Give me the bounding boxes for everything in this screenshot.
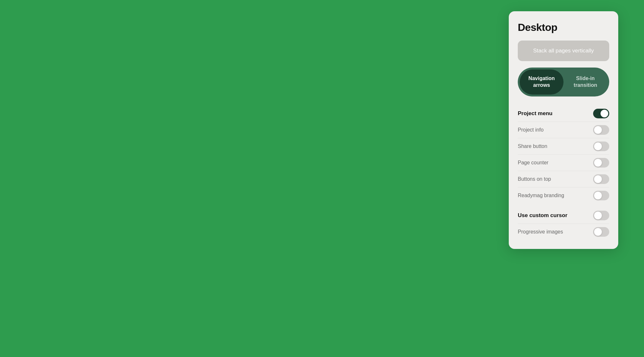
readymag-branding-label: Readymag branding — [518, 193, 564, 198]
progressive-images-label: Progressive images — [518, 229, 563, 235]
project-info-label: Project info — [518, 127, 544, 133]
project-menu-label: Project menu — [518, 110, 553, 117]
project-menu-slider — [593, 109, 609, 118]
progressive-images-toggle[interactable] — [593, 227, 609, 237]
toggle-slide-in-transition[interactable]: Slide-intransition — [564, 69, 607, 95]
share-button-slider — [593, 142, 609, 151]
desktop-panel: Desktop Stack all pages vertically Navig… — [509, 11, 618, 249]
view-mode-toggle: Navigationarrows Slide-intransition — [518, 68, 609, 96]
settings-row-buttons-on-top: Buttons on top — [518, 171, 609, 188]
stack-pages-button[interactable]: Stack all pages vertically — [518, 41, 609, 61]
section-gap — [518, 204, 609, 207]
readymag-branding-toggle[interactable] — [593, 191, 609, 200]
share-button-label: Share button — [518, 143, 547, 149]
buttons-on-top-slider — [593, 174, 609, 184]
buttons-on-top-toggle[interactable] — [593, 174, 609, 184]
project-menu-toggle[interactable] — [593, 109, 609, 118]
settings-row-progressive-images: Progressive images — [518, 224, 609, 240]
settings-section: Project menu Project info Share button P… — [518, 105, 609, 204]
readymag-branding-slider — [593, 191, 609, 200]
project-info-toggle[interactable] — [593, 125, 609, 135]
project-info-slider — [593, 125, 609, 135]
toggle-navigation-arrows[interactable]: Navigationarrows — [520, 69, 564, 95]
settings-row-page-counter: Page counter — [518, 155, 609, 171]
page-counter-toggle[interactable] — [593, 158, 609, 168]
settings-row-project-menu: Project menu — [518, 105, 609, 122]
buttons-on-top-label: Buttons on top — [518, 176, 551, 182]
share-button-toggle[interactable] — [593, 142, 609, 151]
settings-row-custom-cursor: Use custom cursor — [518, 207, 609, 224]
custom-cursor-slider — [593, 211, 609, 220]
settings-section-2: Use custom cursor Progressive images — [518, 207, 609, 240]
settings-row-readymag-branding: Readymag branding — [518, 188, 609, 204]
page-counter-slider — [593, 158, 609, 168]
page-counter-label: Page counter — [518, 160, 548, 166]
settings-row-project-info: Project info — [518, 122, 609, 138]
custom-cursor-toggle[interactable] — [593, 211, 609, 220]
progressive-images-slider — [593, 227, 609, 237]
settings-row-share-button: Share button — [518, 138, 609, 155]
custom-cursor-label: Use custom cursor — [518, 212, 567, 219]
panel-title: Desktop — [518, 22, 609, 33]
